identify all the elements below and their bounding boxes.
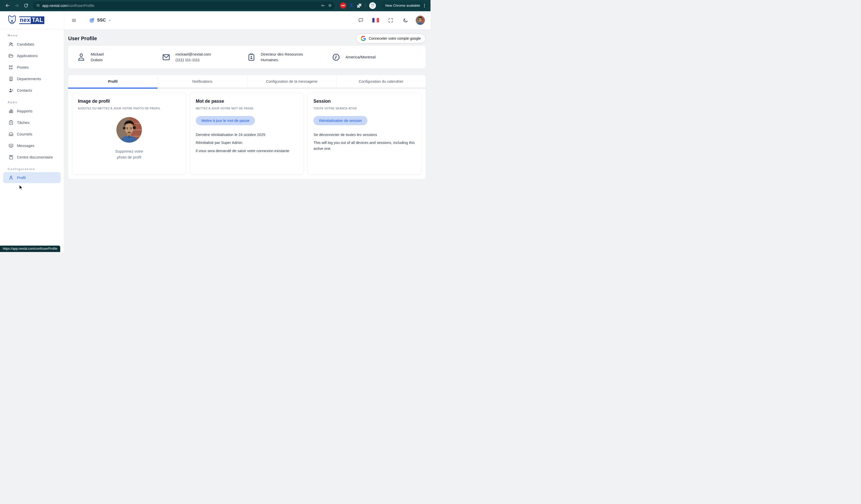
profile-timezone: America/Montreal <box>345 54 376 60</box>
browser-profile-avatar[interactable] <box>369 2 376 9</box>
card-title: Image de profil <box>78 99 180 104</box>
clock-icon <box>332 53 340 61</box>
link-status-tooltip: https://app.nextal.com/conf/userProfile <box>0 246 60 252</box>
user-avatar[interactable] <box>415 16 425 25</box>
sidebar-item-label: Profil <box>17 176 26 180</box>
password-reset-by: Réinitialisé par Super Admin <box>196 140 298 145</box>
sidebar-item-departements[interactable]: Departements <box>0 73 64 85</box>
card-subtitle: TOUTE VOTRE SÉANCE ATIVE <box>313 107 416 110</box>
folder-open-icon <box>9 53 14 58</box>
extensions-puzzle-icon[interactable] <box>357 3 362 8</box>
chrome-update-button[interactable]: New Chrome available <box>382 1 428 10</box>
reload-icon <box>24 3 28 8</box>
adblock-extension-icon[interactable]: ABP <box>340 3 346 9</box>
sidebar-section-configuration: Configuration <box>8 167 64 171</box>
sidebar-item-candidats[interactable]: Candidats <box>0 38 64 50</box>
contact-icon <box>9 88 14 93</box>
topbar: SSC <box>64 11 430 29</box>
profile-contact-group: mickael@nextal.com(111) 111-1111 <box>162 52 247 63</box>
sidebar-item-label: Messages <box>17 143 34 148</box>
sidebar-item-postes[interactable]: Postes <box>0 61 64 73</box>
moon-icon <box>403 18 408 23</box>
chat-bubble-icon <box>358 17 364 23</box>
browser-forward-button[interactable] <box>13 2 20 10</box>
clipboard-check-icon <box>9 120 14 125</box>
browser-back-button[interactable] <box>3 2 11 10</box>
sidebar-section-menu: Menu <box>8 34 64 37</box>
sidebar-item-label: Centre documentaire <box>17 155 53 159</box>
password-last-reset: Dernière réinitialisation le 24 octobre … <box>196 132 298 138</box>
card-title: Session <box>313 99 416 104</box>
connect-google-label: Conneceter votre compte google <box>369 36 421 40</box>
language-switcher[interactable] <box>371 16 380 25</box>
profile-settings-panel: Profil Notifications Configuration de la… <box>68 75 426 179</box>
workspace-name: SSC <box>97 18 106 23</box>
browser-profile-image <box>369 2 376 9</box>
chevron-down-icon <box>108 19 111 22</box>
badge-icon <box>247 53 256 61</box>
card-subtitle: METTEZ À JOUR VOTRE MOT DE PASSE <box>196 107 298 110</box>
profile-name-group: MickaelDubois <box>77 52 162 63</box>
profile-image-card: Image de profil AJOUTEZ OU METTEZ À JOUR… <box>72 93 186 175</box>
remove-photo-link[interactable]: Supprimez votrephoto de profil <box>78 148 180 160</box>
sidebar-item-profil[interactable]: Profil <box>3 172 61 183</box>
feedback-button[interactable] <box>356 16 366 25</box>
browser-menu-icon[interactable] <box>423 2 426 9</box>
sidebar-item-contacts[interactable]: Contacts <box>0 85 64 96</box>
tab-configuration-messagerie[interactable]: Configuration de la messagerie <box>247 75 337 87</box>
profile-photo[interactable] <box>116 117 142 143</box>
connect-google-button[interactable]: Conneceter votre compte google <box>356 33 426 43</box>
tab-bar: Profil Notifications Configuration de la… <box>68 75 426 89</box>
mail-icon <box>162 53 170 61</box>
profile-role: Directeur des ResourcesHumaines <box>261 52 303 63</box>
reset-session-button[interactable]: Réinitialisation de session <box>313 116 368 125</box>
x-extension-icon[interactable]: X <box>350 3 353 8</box>
sidebar-item-label: Candidats <box>17 42 34 46</box>
message-bubble-icon <box>9 143 14 148</box>
nextal-wordmark: nexTAL <box>19 16 44 24</box>
sidebar-item-applications[interactable]: Applications <box>0 50 64 61</box>
password-note: Il vous sera demandé de saisir votre con… <box>196 148 298 154</box>
profile-summary-panel: MickaelDubois mickael@nextal.com(111) 11… <box>68 46 426 68</box>
sidebar-section-apps: Apps <box>8 101 64 104</box>
session-card: Session TOUTE VOTRE SÉANCE ATIVE Réiniti… <box>308 93 422 175</box>
profile-name: MickaelDubois <box>91 52 104 63</box>
sidebar-item-taches[interactable]: Tâches <box>0 117 64 128</box>
french-flag-icon <box>372 18 379 23</box>
update-password-button[interactable]: Mettre à jour le mot de passe <box>196 116 255 125</box>
card-title: Mot de passe <box>196 99 298 104</box>
browser-toolbar: app.nextal.com/conf/userProfile ABP X Ne… <box>0 0 430 11</box>
dark-mode-toggle[interactable] <box>401 16 410 25</box>
sidebar-item-courriels[interactable]: Courriels <box>0 128 64 140</box>
users-icon <box>9 42 14 47</box>
workspace-selector[interactable]: SSC <box>89 17 111 23</box>
nextal-logo[interactable]: nexTAL <box>0 11 64 29</box>
inbox-icon <box>9 132 14 137</box>
session-note: This will log you out of all devices and… <box>313 140 415 151</box>
site-settings-icon[interactable] <box>36 3 40 8</box>
password-card: Mot de passe METTEZ À JOUR VOTRE MOT DE … <box>190 93 304 175</box>
sidebar-item-label: Postes <box>17 65 29 69</box>
sidebar-item-label: Tâches <box>17 120 29 125</box>
bookmark-star-icon[interactable] <box>327 3 332 8</box>
tab-profil[interactable]: Profil <box>68 75 158 87</box>
sidebar-item-rapports[interactable]: Rapports <box>0 105 64 117</box>
password-key-icon[interactable] <box>320 3 325 8</box>
fullscreen-button[interactable] <box>386 16 395 25</box>
session-logout-line: Se déconnecter de toutes les sessions <box>313 132 416 138</box>
tab-notifications[interactable]: Notifications <box>158 75 247 87</box>
sidebar-item-label: Departements <box>17 76 41 81</box>
sidebar-item-label: Rapports <box>17 109 32 113</box>
browser-reload-button[interactable] <box>22 2 30 10</box>
nextal-bear-icon <box>7 15 17 25</box>
sidebar-item-centre-documentaire[interactable]: Centre documentaire <box>0 151 64 163</box>
sidebar-item-label: Contacts <box>17 88 32 93</box>
sidebar-toggle-button[interactable] <box>69 16 79 25</box>
page-title: User Profile <box>68 36 97 42</box>
address-bar[interactable]: app.nextal.com/conf/userProfile <box>33 1 335 10</box>
sidebar-item-messages[interactable]: Messages <box>0 140 64 151</box>
tab-configuration-calendrier[interactable]: Configuration du calendrier <box>336 75 426 87</box>
bar-chart-icon <box>9 109 14 114</box>
extensions-area: ABP X <box>338 2 378 9</box>
card-subtitle: AJOUTEZ OU METTEZ À JOUR VOTRE PHOTO DE … <box>78 107 180 110</box>
